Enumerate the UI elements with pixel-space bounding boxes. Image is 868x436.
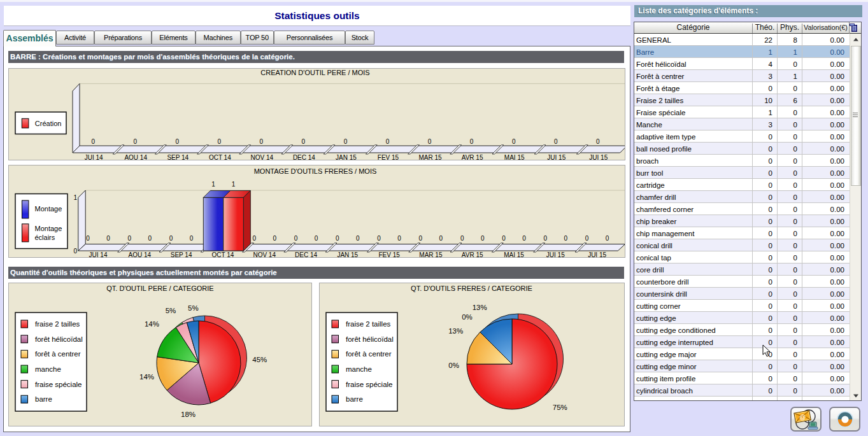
svg-text:forêt hélicoïdal: forêt hélicoïdal [346, 335, 394, 343]
svg-text:1: 1 [73, 194, 77, 201]
svg-text:Montage: Montage [35, 205, 62, 213]
svg-text:0: 0 [554, 138, 558, 145]
svg-text:DEC 14: DEC 14 [293, 154, 315, 160]
svg-text:Montage: Montage [35, 225, 62, 232]
svg-text:0: 0 [169, 235, 173, 242]
svg-text:AOU 14: AOU 14 [129, 251, 152, 258]
svg-text:0: 0 [386, 138, 390, 145]
svg-text:0: 0 [86, 235, 90, 242]
svg-text:0: 0 [344, 138, 348, 145]
svg-text:JAN 15: JAN 15 [337, 251, 358, 258]
svg-text:AOU 14: AOU 14 [124, 154, 147, 160]
svg-text:75%: 75% [553, 404, 567, 411]
svg-text:0: 0 [273, 235, 276, 242]
svg-text:fraise spéciale: fraise spéciale [35, 381, 82, 388]
svg-text:5%: 5% [188, 304, 199, 312]
svg-text:barre: barre [35, 395, 52, 403]
svg-text:0: 0 [315, 235, 318, 242]
svg-text:SEP 14: SEP 14 [171, 251, 192, 258]
svg-text:QT. D'OUTILS FRERES / CATEGORI: QT. D'OUTILS FRERES / CATEGORIE [411, 285, 532, 292]
svg-text:0: 0 [356, 235, 360, 242]
svg-text:0: 0 [419, 235, 423, 242]
svg-text:0: 0 [481, 235, 485, 242]
svg-text:FEV 15: FEV 15 [378, 251, 400, 258]
svg-text:SEP 14: SEP 14 [167, 154, 189, 160]
svg-text:OCT 14: OCT 14 [209, 154, 231, 160]
svg-text:DEC 14: DEC 14 [295, 251, 317, 258]
svg-text:0: 0 [606, 235, 609, 242]
svg-text:MONTAGE D'OUTILS FRERES / MOIS: MONTAGE D'OUTILS FRERES / MOIS [254, 167, 377, 175]
svg-text:éclairs: éclairs [35, 234, 55, 241]
svg-text:MAR 15: MAR 15 [419, 154, 443, 160]
svg-text:forêt hélicoïdal: forêt hélicoïdal [35, 335, 83, 343]
svg-text:NOV 14: NOV 14 [251, 154, 274, 160]
svg-text:JUI 15: JUI 15 [589, 154, 608, 160]
svg-text:FEV 15: FEV 15 [378, 154, 399, 160]
svg-text:1: 1 [232, 181, 236, 188]
svg-text:MAI 15: MAI 15 [504, 154, 525, 160]
svg-text:MAR 15: MAR 15 [419, 251, 443, 258]
svg-text:fraise 2 tailles: fraise 2 tailles [35, 320, 80, 328]
svg-text:13%: 13% [473, 304, 487, 311]
svg-text:5%: 5% [166, 307, 176, 314]
svg-text:QT. D'OUTIL PERE / CATEGORIE: QT. D'OUTIL PERE / CATEGORIE [106, 285, 213, 292]
svg-text:13%: 13% [448, 327, 463, 335]
svg-text:0%: 0% [448, 362, 459, 369]
svg-text:0: 0 [428, 138, 432, 145]
svg-text:0: 0 [148, 235, 152, 242]
svg-text:0: 0 [544, 235, 548, 242]
svg-text:fraise 2 tailles: fraise 2 tailles [346, 320, 391, 328]
svg-text:0: 0 [439, 235, 443, 242]
svg-text:0: 0 [176, 138, 180, 145]
svg-text:0: 0 [377, 235, 381, 242]
svg-text:0: 0 [470, 138, 474, 145]
svg-text:CREATION D'OUTIL PERE / MOIS: CREATION D'OUTIL PERE / MOIS [260, 69, 369, 76]
svg-text:0: 0 [522, 235, 526, 242]
svg-text:forêt à centrer: forêt à centrer [346, 350, 392, 358]
svg-text:0: 0 [133, 138, 137, 145]
svg-text:JUI 15: JUI 15 [546, 251, 565, 258]
svg-text:0: 0 [91, 138, 95, 145]
svg-text:14%: 14% [145, 320, 159, 328]
svg-text:Création: Création [35, 120, 62, 127]
svg-text:0: 0 [218, 138, 222, 145]
svg-text:JUI 14: JUI 14 [85, 154, 103, 160]
svg-text:18%: 18% [181, 411, 196, 418]
svg-text:0: 0 [252, 235, 256, 242]
svg-text:0: 0 [128, 235, 132, 242]
svg-text:fraise spéciale: fraise spéciale [346, 381, 393, 388]
svg-text:manche: manche [35, 365, 61, 373]
svg-text:45%: 45% [252, 356, 267, 363]
svg-text:OCT 14: OCT 14 [211, 251, 234, 258]
svg-text:MAI 15: MAI 15 [504, 251, 524, 258]
svg-text:0: 0 [397, 235, 401, 242]
svg-text:manche: manche [346, 365, 372, 373]
svg-text:JUI 15: JUI 15 [588, 251, 606, 258]
svg-text:0: 0 [585, 235, 589, 242]
svg-text:0: 0 [502, 235, 506, 242]
svg-text:AVR 15: AVR 15 [462, 251, 483, 258]
svg-text:0%: 0% [462, 313, 473, 321]
svg-text:NOV 14: NOV 14 [253, 251, 276, 258]
svg-text:forêt à centrer: forêt à centrer [35, 350, 81, 358]
svg-text:barre: barre [346, 395, 363, 403]
svg-text:JUI 15: JUI 15 [547, 154, 566, 160]
svg-text:0: 0 [596, 138, 600, 145]
svg-text:0: 0 [564, 235, 568, 242]
svg-text:0: 0 [190, 235, 194, 242]
svg-text:0: 0 [73, 248, 77, 255]
svg-text:JUI 14: JUI 14 [89, 251, 108, 258]
svg-text:14%: 14% [139, 373, 154, 381]
svg-text:0: 0 [512, 138, 516, 145]
svg-text:0: 0 [294, 235, 298, 242]
svg-text:0: 0 [302, 138, 306, 145]
svg-text:0: 0 [106, 235, 110, 242]
svg-text:0: 0 [336, 235, 339, 242]
svg-text:0: 0 [460, 235, 464, 242]
svg-text:AVR 15: AVR 15 [462, 154, 483, 160]
svg-text:1: 1 [211, 181, 215, 188]
svg-text:JAN 15: JAN 15 [336, 154, 357, 160]
svg-text:0: 0 [260, 138, 264, 145]
